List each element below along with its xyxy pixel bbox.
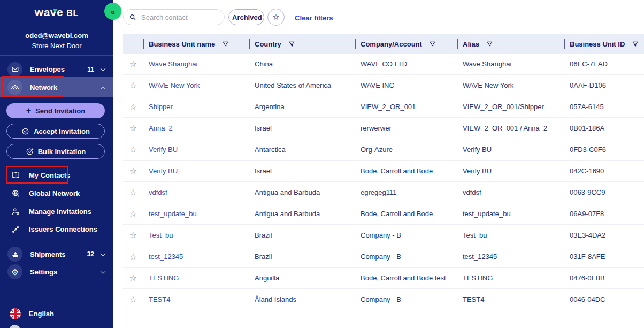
favorite-star-icon[interactable]: ☆: [129, 274, 137, 283]
sidebar: wave BL oded@wavebl.com Store Next Door …: [0, 0, 113, 328]
sidebar-item-envelopes[interactable]: Envelopes 11: [0, 59, 113, 79]
book-icon: [11, 171, 20, 180]
alias-cell: Test_bu: [457, 231, 564, 239]
sidebar-item-global-network[interactable]: Global Network: [0, 184, 113, 202]
sidebar-collapse-button[interactable]: «: [104, 3, 121, 20]
business-unit-name-link[interactable]: test_update_bu: [143, 210, 249, 218]
send-invitation-label: Send Invitation: [35, 107, 85, 115]
table-row[interactable]: ☆ Shipper Argentina VIEW_2_OR_001 VIEW_2…: [123, 96, 644, 118]
column-separator: [564, 39, 565, 49]
clear-filters-link[interactable]: Clear filters: [295, 14, 333, 22]
favorites-filter-button[interactable]: ☆: [267, 9, 285, 26]
table-row[interactable]: ☆ Verify BU Israel Bode, Carroll and Bod…: [123, 161, 644, 182]
header-business-unit-name: Business Unit name: [143, 34, 249, 54]
column-label: Country: [255, 40, 281, 48]
sidebar-item-label: Shipments: [30, 250, 65, 258]
country-cell: Anguilla: [249, 274, 355, 282]
envelope-icon: [7, 62, 22, 77]
table-row[interactable]: ☆ test_update_bu Antigua and Barbuda Bod…: [123, 203, 644, 225]
header-country: Country: [249, 34, 355, 54]
row-star-cell: ☆: [123, 188, 143, 197]
sidebar-divider: [0, 284, 113, 284]
favorite-star-icon[interactable]: ☆: [129, 231, 137, 240]
accept-invitation-button[interactable]: Accept Invitation: [6, 124, 105, 139]
favorite-star-icon[interactable]: ☆: [129, 81, 137, 90]
sidebar-item-settings[interactable]: ⚙ Settings: [0, 262, 113, 281]
company-account-cell: WAVE CO LTD: [355, 60, 457, 68]
favorite-star-icon[interactable]: ☆: [129, 295, 137, 304]
sidebar-item-label: Global Network: [29, 189, 80, 197]
table-row[interactable]: ☆ TEST4 Åland Islands Company - B TEST4 …: [123, 289, 644, 310]
business-unit-name-link[interactable]: vdfdsf: [143, 188, 249, 196]
row-star-cell: ☆: [123, 146, 143, 154]
favorite-star-icon[interactable]: ☆: [129, 103, 137, 111]
favorite-star-icon[interactable]: ☆: [129, 60, 137, 68]
business-unit-name-link[interactable]: Anna_2: [143, 124, 249, 132]
search-contact-box: [123, 9, 225, 25]
table-row[interactable]: ☆ Verify BU Antarctica Org-Azure Verify …: [123, 139, 644, 161]
business-unit-name-link[interactable]: Wave Shanghai: [143, 60, 249, 68]
company-account-cell: Bode, Carroll and Bode: [355, 167, 457, 175]
business-unit-name-link[interactable]: Shipper: [143, 103, 249, 111]
filter-funnel-icon[interactable]: [486, 41, 493, 48]
business-unit-name-link[interactable]: WAVE New York: [143, 81, 249, 89]
favorite-star-icon[interactable]: ☆: [129, 167, 137, 176]
sidebar-item-label: Issuers Connections: [29, 225, 97, 233]
column-label: Alias: [463, 40, 479, 48]
gear-icon: ⚙: [7, 264, 22, 279]
sidebar-divider: [0, 242, 113, 242]
send-invitation-button[interactable]: + Send Invitation: [6, 103, 105, 118]
favorite-star-icon[interactable]: ☆: [129, 188, 137, 197]
sidebar-item-my-contacts[interactable]: My Contacts: [0, 166, 113, 184]
filter-funnel-icon[interactable]: [632, 41, 639, 48]
business-unit-id-cell: 031F-8AFE: [564, 253, 644, 261]
sidebar-item-manage-invitations[interactable]: Manage Invitations: [0, 202, 113, 220]
chevron-up-icon: [101, 86, 106, 91]
country-cell: Antarctica: [249, 146, 355, 154]
table-row[interactable]: ☆ test_12345 Brazil Company - B test_123…: [123, 246, 644, 268]
business-unit-name-link[interactable]: test_12345: [143, 253, 249, 261]
business-unit-id-cell: 0046-04DC: [564, 295, 644, 303]
alias-cell: Wave Shanghai: [457, 60, 564, 68]
favorite-star-icon[interactable]: ☆: [129, 253, 137, 261]
table-row[interactable]: ☆ Anna_2 Israel rerwerwer VIEW_2_OR_001 …: [123, 118, 644, 139]
row-star-cell: ☆: [123, 295, 143, 304]
business-unit-name-link[interactable]: TESTING: [143, 274, 249, 282]
filter-funnel-icon[interactable]: [429, 41, 436, 48]
user-block: oded@wavebl.com Store Next Door: [0, 25, 113, 56]
sidebar-item-network[interactable]: Network: [0, 77, 113, 97]
sidebar-item-issuers-connections[interactable]: Issuers Connections: [0, 220, 113, 238]
sidebar-item-label: Network: [30, 83, 57, 91]
row-star-cell: ☆: [123, 103, 143, 111]
wavebl-logo: wave BL: [35, 6, 79, 19]
sidebar-item-label: Settings: [30, 268, 57, 276]
business-unit-name-link[interactable]: Test_bu: [143, 231, 249, 239]
country-cell: Israel: [249, 124, 355, 132]
sidebar-item-shipments[interactable]: Shipments 32: [0, 245, 113, 264]
business-unit-name-link[interactable]: Verify BU: [143, 146, 249, 154]
search-contact-input[interactable]: [140, 13, 219, 22]
business-unit-name-link[interactable]: Verify BU: [143, 167, 249, 175]
country-cell: Brazil: [249, 253, 355, 261]
header-business-unit-id: Business Unit ID: [564, 34, 644, 54]
row-star-cell: ☆: [123, 124, 143, 133]
filter-funnel-icon[interactable]: [288, 41, 295, 48]
table-row[interactable]: ☆ TESTING Anguilla Bode, Carroll and Bod…: [123, 268, 644, 289]
language-label: English: [29, 310, 54, 318]
bulk-invitation-button[interactable]: Bulk Invitation: [6, 144, 105, 159]
table-row[interactable]: ☆ vdfdsf Antigua and Barbuda egregeg111 …: [123, 182, 644, 203]
table-row[interactable]: ☆ Test_bu Brazil Company - B Test_bu 03E…: [123, 225, 644, 246]
company-account-cell: Company - B: [355, 295, 457, 303]
filter-funnel-icon[interactable]: [222, 41, 229, 48]
table-row[interactable]: ☆ WAVE New York United States of America…: [123, 75, 644, 96]
row-star-cell: ☆: [123, 231, 143, 240]
archived-filter-button[interactable]: Archived: [228, 9, 264, 25]
favorite-star-icon[interactable]: ☆: [129, 124, 137, 133]
row-star-cell: ☆: [123, 81, 143, 90]
business-unit-name-link[interactable]: TEST4: [143, 295, 249, 303]
favorite-star-icon[interactable]: ☆: [129, 146, 137, 154]
business-unit-id-cell: 0FD3-C0F6: [564, 146, 644, 154]
favorite-star-icon[interactable]: ☆: [129, 210, 137, 218]
table-row[interactable]: ☆ Wave Shanghai China WAVE CO LTD Wave S…: [123, 54, 644, 75]
language-selector[interactable]: English: [10, 308, 54, 319]
